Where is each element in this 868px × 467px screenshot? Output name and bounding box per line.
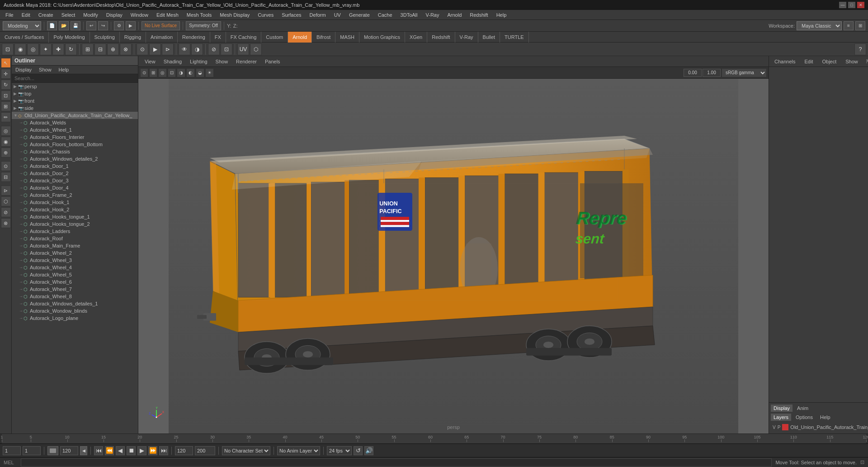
move-icon-btn[interactable]: ✚ [52, 43, 64, 55]
vp-menu-view[interactable]: View [141, 58, 159, 65]
open-btn[interactable]: 📂 [59, 21, 69, 30]
rotate-tool[interactable]: ↻ [1, 80, 11, 90]
timeline-ruler[interactable]: 1510152025303540455055606570758085909510… [2, 434, 866, 444]
symmetry-btn[interactable]: Symmetry: Off [186, 21, 221, 30]
tree-item-autorack-windows-detailes-2[interactable]: → ⬡ Autorack_Windows_detailes_2 [12, 155, 138, 162]
tree-item-autorack-ladders[interactable]: → ⬡ Autorack_Ladders [12, 228, 138, 235]
expand-right-btn[interactable]: ⇱ [865, 57, 868, 66]
vp-menu-shading[interactable]: Shading [160, 58, 185, 65]
tab-animation[interactable]: Animation [146, 32, 178, 43]
menu-generate[interactable]: Generate [345, 11, 373, 19]
menu-vray[interactable]: V-Ray [422, 11, 443, 19]
anim-end-field[interactable] [60, 446, 78, 455]
display-tab[interactable]: Display [771, 405, 793, 412]
layers-sub-tab[interactable]: Layers [771, 414, 791, 421]
tree-item-autorack-wheel-1[interactable]: → ⬡ Autorack_Wheel_1 [12, 126, 138, 133]
go-end-btn[interactable]: ⏭ [159, 446, 168, 455]
select-tool[interactable]: ↖ [1, 58, 11, 68]
menu-meshdisplay[interactable]: Mesh Display [216, 11, 253, 19]
frame-range-icon[interactable] [47, 446, 58, 455]
tree-item-autorack-wondow-blinds[interactable]: → ⬡ Autorack_Wondow_blinds [12, 307, 138, 315]
tab-vray[interactable]: V-Ray [455, 32, 478, 43]
tree-item-front[interactable]: ▶ 📷 front [12, 97, 138, 105]
camera-icon-btn[interactable]: ⊙ [137, 43, 148, 55]
tree-item-autorack-wheel-5[interactable]: → ⬡ Autorack_Wheel_5 [12, 271, 138, 278]
tree-item-autorack-floors-bottom-bottom[interactable]: → ⬡ Autorack_Floors_bottom_Bottom [12, 141, 138, 148]
tree-item-autorack-hook-1[interactable]: → ⬡ Autorack_Hook_1 [12, 199, 138, 206]
tree-item-autorack-wheel-7[interactable]: → ⬡ Autorack_Wheel_7 [12, 286, 138, 293]
tree-item-autorack-windows-detailes-1[interactable]: → ⬡ Autorack_Windows_detailes_1 [12, 300, 138, 307]
render-view-btn[interactable]: ▶ [149, 43, 161, 55]
tab-turtle[interactable]: TURTLE [500, 32, 529, 43]
menu-select[interactable]: Select [58, 11, 79, 19]
vp-camera-btn[interactable]: ⊙ [140, 68, 148, 77]
live-surface-btn[interactable]: No Live Surface [142, 21, 180, 30]
tree-item-autorack-welds[interactable]: → ⬡ Autorack_Welds [12, 119, 138, 126]
tab-custom[interactable]: Custom [261, 32, 288, 43]
render-btn[interactable]: ▶ [126, 21, 136, 30]
save-btn[interactable]: 💾 [71, 21, 80, 30]
channels-tab[interactable]: Channels [773, 58, 797, 65]
audio-btn[interactable]: 🔊 [364, 446, 373, 455]
sculpt-tool[interactable]: ◎ [1, 126, 11, 136]
tree-item-autorack-wheel-6[interactable]: → ⬡ Autorack_Wheel_6 [12, 278, 138, 286]
menu-display[interactable]: Display [103, 11, 126, 19]
maximize-button[interactable]: □ [848, 2, 855, 8]
tab-poly-modeling[interactable]: Poly Modeling [49, 32, 90, 43]
transform-tool[interactable]: ⊞ [1, 101, 11, 111]
workspace-settings-btn[interactable]: ≡ [844, 21, 854, 30]
refresh-btn[interactable]: ↺ [354, 446, 363, 455]
vp-smooth-btn[interactable]: ◑ [177, 68, 185, 77]
vp-snap-btn[interactable]: ◎ [158, 68, 167, 77]
options-sub-tab[interactable]: Options [793, 414, 816, 421]
menu-help[interactable]: Help [493, 11, 510, 19]
outliner-show-menu[interactable]: Show [35, 66, 55, 74]
show-tab[interactable]: Show [844, 58, 860, 65]
fps-dropdown[interactable]: 24 fps 30 fps 60 fps [327, 446, 352, 455]
tree-item-autorack-wheel-4[interactable]: → ⬡ Autorack_Wheel_4 [12, 264, 138, 271]
vp-light-btn[interactable]: ☀ [205, 68, 214, 77]
minimize-button[interactable]: — [839, 2, 846, 8]
tree-item-autorack-logo-plane[interactable]: → ⬡ Autorack_Logo_plane [12, 315, 138, 322]
menu-surfaces[interactable]: Surfaces [278, 11, 305, 19]
history-tool[interactable]: ⊟ [1, 172, 11, 182]
step-fwd-btn[interactable]: ⏩ [148, 446, 157, 455]
menu-3dtoall[interactable]: 3DToAll [397, 11, 421, 19]
tab-mash[interactable]: MASH [335, 32, 359, 43]
vp-shadow-btn[interactable]: ◒ [196, 68, 204, 77]
menu-curves[interactable]: Curves [254, 11, 277, 19]
command-input-area[interactable] [21, 458, 772, 467]
tree-item-autorack-door-1[interactable]: → ⬡ Autorack_Door_1 [12, 162, 138, 170]
tree-item-autorack-wheel-3[interactable]: → ⬡ Autorack_Wheel_3 [12, 257, 138, 264]
menu-modify[interactable]: Modify [80, 11, 101, 19]
vp-menu-renderer[interactable]: Renderer [232, 58, 260, 65]
tree-item-autorack-door-2[interactable]: → ⬡ Autorack_Door_2 [12, 170, 138, 177]
workspace-dropdown[interactable]: Maya Classic [797, 21, 842, 30]
menu-redshift[interactable]: Redshift [466, 11, 491, 19]
arrow-icon-btn[interactable]: ✦ [40, 43, 52, 55]
vp-menu-show[interactable]: Show [212, 58, 232, 65]
tree-item-autorack-roof[interactable]: → ⬡ Autorack_Roof [12, 235, 138, 242]
stop-btn[interactable]: ⏹ [127, 446, 136, 455]
snap-curve-btn[interactable]: ⊟ [94, 43, 106, 55]
step-back-btn[interactable]: ⏪ [105, 446, 114, 455]
undo-btn[interactable]: ↩ [86, 21, 96, 30]
mode-dropdown[interactable]: Modeling Rigging Animation FX Rendering [3, 21, 41, 30]
vp-menu-lighting[interactable]: Lighting [186, 58, 211, 65]
edit-tab[interactable]: Edit [802, 58, 815, 65]
isolate-btn[interactable]: ◑ [191, 43, 203, 55]
outliner-display-menu[interactable]: Display [12, 66, 35, 74]
tab-sculpting[interactable]: Sculpting [90, 32, 120, 43]
anim-end-toggle[interactable]: ◀ [80, 446, 87, 455]
character-set-dropdown[interactable]: No Character Set [222, 446, 270, 455]
node-editor-btn[interactable]: ⬡ [250, 43, 262, 55]
wireframe-btn[interactable]: ⊡ [221, 43, 232, 55]
tab-bifrost[interactable]: Bifrost [312, 32, 335, 43]
soft-select-tool[interactable]: ◉ [1, 137, 11, 147]
tab-bullet[interactable]: Bullet [478, 32, 500, 43]
menu-cache[interactable]: Cache [374, 11, 396, 19]
select-icon-btn[interactable]: ⊡ [2, 43, 14, 55]
menu-file[interactable]: File [2, 11, 17, 19]
help-btn[interactable]: ? [854, 43, 866, 55]
tab-fx-caching[interactable]: FX Caching [226, 32, 261, 43]
